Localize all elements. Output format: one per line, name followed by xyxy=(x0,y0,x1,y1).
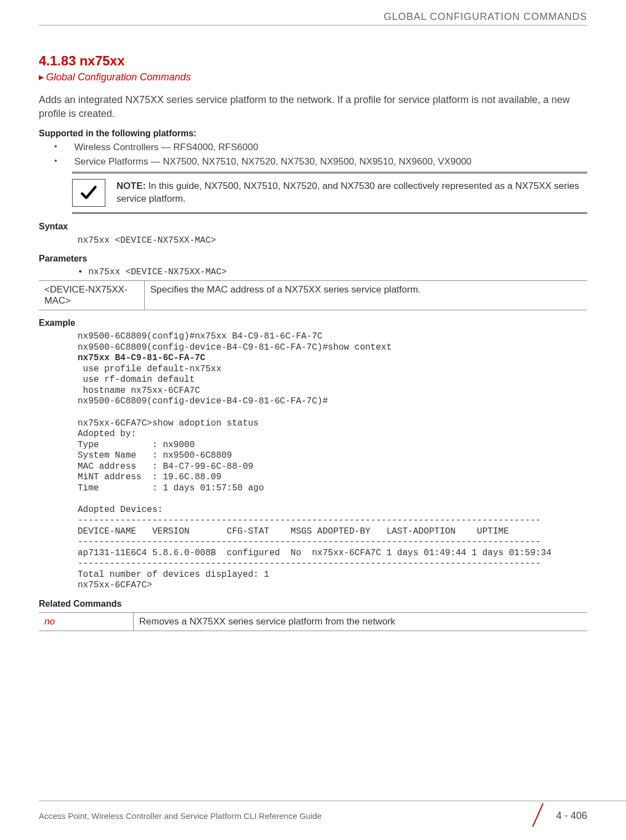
code-line-bold: nx75xx B4-C9-81-6C-FA-7C xyxy=(78,353,205,363)
footer-title: Access Point, Wireless Controller and Se… xyxy=(39,811,526,821)
code-line: ap7131-11E6C4 5.8.6.0-008B configured No… xyxy=(78,548,552,558)
list-item: Service Platforms — NX7500, NX7510, NX75… xyxy=(54,156,587,167)
code-line: DEVICE-NAME VERSION CFG-STAT MSGS ADOPTE… xyxy=(78,526,509,536)
related-desc-cell: Removes a NX75XX series service platform… xyxy=(134,612,588,631)
page-footer: Access Point, Wireless Controller and Se… xyxy=(39,801,626,827)
code-line: ----------------------------------------… xyxy=(78,537,541,547)
code-line: Time : 1 days 01:57:50 ago xyxy=(78,483,264,493)
code-line: Adopted by: xyxy=(78,429,136,439)
code-line: nx75xx-6CFA7C> xyxy=(78,580,152,590)
supported-list: Wireless Controllers — RFS4000, RFS6000 … xyxy=(54,142,587,167)
syntax-heading: Syntax xyxy=(39,222,587,232)
code-line: nx75xx-6CFA7C>show adoption status xyxy=(78,418,258,428)
breadcrumb-link[interactable]: Global Configuration Commands xyxy=(39,71,587,83)
code-line: nx9500-6C8809(config)#nx75xx B4-C9-81-6C… xyxy=(78,331,323,341)
code-line: use profile default-nx75xx xyxy=(78,364,221,374)
note-box: NOTE: In this guide, NX7500, NX7510, NX7… xyxy=(72,172,587,214)
related-heading: Related Commands xyxy=(39,599,587,609)
checkmark-icon xyxy=(72,179,105,207)
note-body: In this guide, NX7500, NX7510, NX7520, a… xyxy=(116,181,579,204)
related-cmd-cell[interactable]: no xyxy=(39,612,134,631)
table-row: <DEVICE-NX75XX-MAC> Specifies the MAC ad… xyxy=(39,281,587,310)
table-row: no Removes a NX75XX series service platf… xyxy=(39,612,587,631)
related-commands-table: no Removes a NX75XX series service platf… xyxy=(39,612,587,631)
footer-page-number: 4 - 406 xyxy=(556,810,587,822)
supported-heading: Supported in the following platforms: xyxy=(39,129,587,139)
param-name-cell: <DEVICE-NX75XX-MAC> xyxy=(39,281,145,310)
parameters-heading: Parameters xyxy=(39,254,587,264)
parameters-table: <DEVICE-NX75XX-MAC> Specifies the MAC ad… xyxy=(39,280,587,310)
code-line: Type : nx9000 xyxy=(78,440,195,450)
code-line: MAC address : B4-C7-99-6C-88-09 xyxy=(78,462,253,472)
code-line: nx9500-6C8809(config-device-B4-C9-81-6C-… xyxy=(78,396,328,406)
code-line: MiNT address : 19.6C.88.09 xyxy=(78,472,221,482)
section-title: 4.1.83 nx75xx xyxy=(39,53,587,69)
example-heading: Example xyxy=(39,318,587,328)
intro-text: Adds an integrated NX75XX series service… xyxy=(39,93,587,121)
example-code-block: nx9500-6C8809(config)#nx75xx B4-C9-81-6C… xyxy=(78,331,587,591)
footer-slash-icon xyxy=(526,805,548,827)
code-line: use rf-domain default xyxy=(78,375,195,385)
note-text: NOTE: In this guide, NX7500, NX7510, NX7… xyxy=(116,180,587,206)
code-line: hostname nx75xx-6CFA7C xyxy=(78,386,200,396)
code-line: System Name : nx9500-6C8809 xyxy=(78,450,232,460)
code-line: Total number of devices displayed: 1 xyxy=(78,570,269,580)
code-line: ----------------------------------------… xyxy=(78,515,541,525)
param-desc-cell: Specifies the MAC address of a NX75XX se… xyxy=(145,281,588,310)
code-line: Adopted Devices: xyxy=(78,505,163,515)
parameters-bullet: • nx75xx <DEVICE-NX75XX-MAC> xyxy=(78,267,587,277)
note-label: NOTE: xyxy=(116,181,146,191)
code-line: ----------------------------------------… xyxy=(78,559,541,568)
list-item: Wireless Controllers — RFS4000, RFS6000 xyxy=(54,142,587,153)
syntax-code: nx75xx <DEVICE-NX75XX-MAC> xyxy=(78,235,587,246)
header-section-label: GLOBAL CONFIGURATION COMMANDS xyxy=(39,11,587,25)
code-line: nx9500-6C8809(config-device-B4-C9-81-6C-… xyxy=(78,342,392,352)
